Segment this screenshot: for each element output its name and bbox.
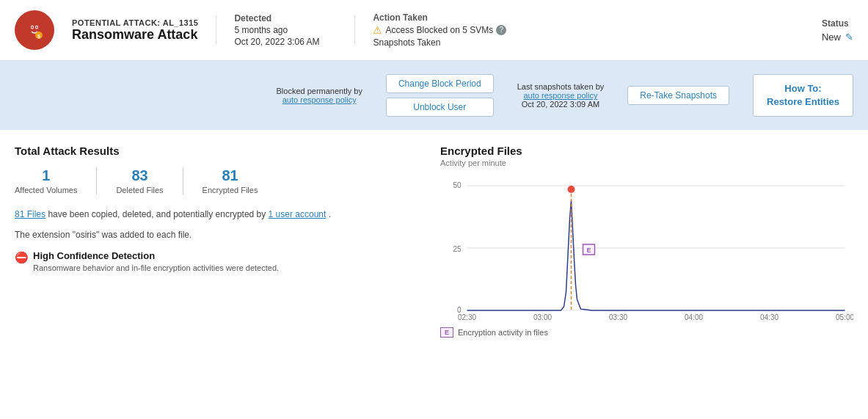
stat-divider-1 (96, 167, 97, 194)
detection-content: High Confidence Detection Ransomware beh… (33, 250, 279, 272)
attack-subtitle: POTENTIAL ATTACK: AL_1315 (72, 18, 198, 27)
user-account-link[interactable]: 1 user account (269, 209, 327, 219)
svg-point-3 (32, 26, 33, 29)
attack-title: Ransomware Attack (72, 27, 198, 43)
detection-block: ⛔ High Confidence Detection Ransomware b… (15, 250, 426, 272)
divider-2 (354, 15, 355, 45)
encrypted-files-value: 81 (222, 167, 238, 184)
chart-title: Encrypted Files (440, 145, 853, 157)
chart-svg: 50 25 0 02:30 03:00 03:30 04:00 04:30 05… (440, 175, 853, 321)
info-mid-text: have been copied, deleted, and potential… (48, 209, 268, 219)
blocked-info: Blocked permanently by auto response pol… (277, 87, 362, 104)
restore-entities-button[interactable]: How To: Restore Entities (753, 74, 853, 117)
main-content: Total Attack Results 1 Affected Volumes … (0, 130, 868, 352)
blocked-policy-link[interactable]: auto response policy (277, 95, 362, 104)
stat-deleted-files: 83 Deleted Files (100, 167, 179, 194)
legend-icon: E (440, 327, 453, 338)
svg-text:E: E (586, 247, 591, 254)
files-link[interactable]: 81 Files (15, 209, 45, 219)
deleted-files-value: 83 (131, 167, 147, 184)
status-label: Status (822, 18, 849, 29)
info-paragraph: 81 Files have been copied, deleted, and … (15, 208, 426, 222)
svg-marker-6 (37, 19, 40, 22)
svg-text:04:00: 04:00 (685, 313, 703, 321)
info-period: . (329, 209, 331, 219)
detected-section: Detected 5 months ago Oct 20, 2022 3:06 … (234, 13, 337, 47)
page-header: $ POTENTIAL ATTACK: AL_1315 Ransomware A… (0, 0, 868, 61)
edit-status-icon[interactable]: ✎ (845, 32, 853, 43)
svg-text:03:00: 03:00 (533, 313, 552, 321)
svg-text:02:30: 02:30 (458, 313, 476, 321)
stat-affected-volumes: 1 Affected Volumes (15, 167, 93, 194)
stat-encrypted-files: 81 Encrypted Files (186, 167, 274, 194)
left-panel: Total Attack Results 1 Affected Volumes … (15, 145, 426, 338)
restore-line2: Restore Entities (767, 95, 839, 109)
divider-1 (216, 15, 216, 45)
svg-point-21 (568, 186, 575, 193)
action-taken-section: Action Taken ⚠ Access Blocked on 5 SVMs … (373, 12, 506, 48)
stat-divider-2 (183, 167, 183, 194)
header-title-block: POTENTIAL ATTACK: AL_1315 Ransomware Att… (72, 18, 198, 43)
action-warning-row: ⚠ Access Blocked on 5 SVMs ? (373, 24, 506, 36)
stats-row: 1 Affected Volumes 83 Deleted Files 81 E… (15, 167, 426, 194)
change-block-period-button[interactable]: Change Block Period (386, 74, 494, 93)
help-icon[interactable]: ? (496, 25, 506, 35)
detection-error-icon: ⛔ (15, 251, 29, 264)
snapshots-policy-link[interactable]: auto response policy (517, 91, 605, 100)
attack-icon: $ (15, 10, 54, 50)
detection-desc: Ransomware behavior and in-file encrypti… (33, 263, 279, 272)
affected-volumes-value: 1 (42, 167, 50, 184)
svg-text:25: 25 (453, 245, 462, 253)
retake-snapshots-button[interactable]: Re-Take Snapshots (627, 86, 729, 105)
snapshots-line1: Last snapshots taken by (517, 82, 605, 91)
svg-text:50: 50 (453, 181, 462, 189)
legend-label: Encryption activity in files (458, 328, 548, 337)
restore-line1: How To: (767, 82, 839, 95)
action-banner: Blocked permanently by auto response pol… (0, 61, 868, 130)
detected-time: 5 months ago (234, 25, 337, 35)
status-value: New (822, 32, 841, 43)
status-section: Status New ✎ (822, 18, 853, 43)
action-text: Access Blocked on 5 SVMs (385, 25, 493, 35)
svg-text:04:30: 04:30 (760, 313, 778, 321)
chart-legend: E Encryption activity in files (440, 327, 853, 338)
snapshots-info: Last snapshots taken by auto response po… (517, 82, 605, 109)
svg-text:$: $ (37, 34, 40, 40)
right-panel: Encrypted Files Activity per minute 50 2… (440, 145, 853, 338)
status-value-row: New ✎ (822, 32, 853, 43)
svg-text:03:30: 03:30 (609, 313, 627, 321)
detected-date: Oct 20, 2022 3:06 AM (234, 37, 337, 47)
detected-label: Detected (234, 13, 337, 23)
svg-point-4 (36, 26, 37, 29)
svg-marker-5 (29, 19, 32, 22)
encrypted-files-label: Encrypted Files (203, 186, 258, 194)
affected-volumes-label: Affected Volumes (15, 186, 77, 194)
svg-text:05:00: 05:00 (836, 313, 853, 321)
chart-container: 50 25 0 02:30 03:00 03:30 04:00 04:30 05… (440, 175, 853, 321)
unblock-user-button[interactable]: Unblock User (386, 98, 494, 117)
extension-text: The extension "osiris" was added to each… (15, 230, 426, 240)
detection-title: High Confidence Detection (33, 250, 279, 261)
chart-subtitle: Activity per minute (440, 159, 853, 167)
snapshots-date: Oct 20, 2022 3:09 AM (517, 100, 605, 109)
warning-icon: ⚠ (373, 24, 382, 36)
action-taken-label: Action Taken (373, 12, 506, 23)
action-snapshots: Snapshots Taken (373, 37, 506, 48)
blocked-line1: Blocked permanently by (277, 87, 362, 95)
banner-action-buttons: Change Block Period Unblock User (386, 74, 494, 117)
deleted-files-label: Deleted Files (116, 186, 163, 194)
results-title: Total Attack Results (15, 145, 426, 157)
